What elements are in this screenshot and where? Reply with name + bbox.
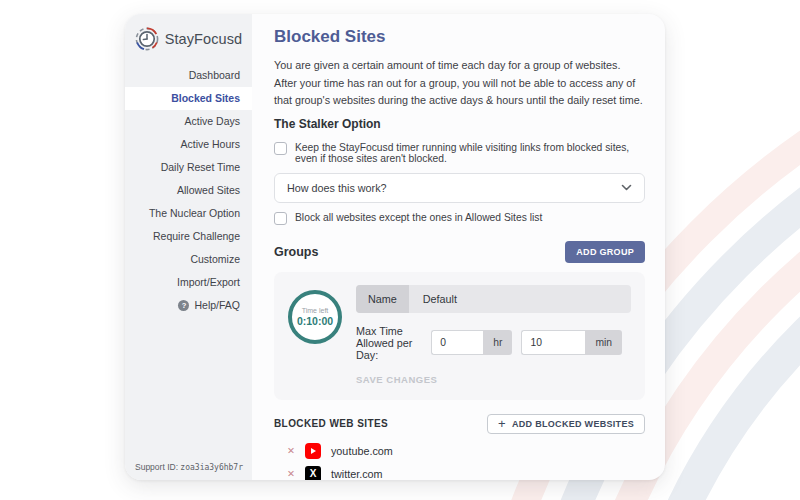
stalker-option-heading: The Stalker Option — [274, 117, 645, 131]
sidebar-item-blocked-sites[interactable]: Blocked Sites — [125, 87, 252, 110]
brand-name: StayFocusd — [165, 31, 243, 47]
chevron-down-icon — [621, 184, 632, 191]
block-all-checkbox-label: Block all websites except the ones in Al… — [295, 212, 542, 223]
remove-site-icon[interactable]: ✕ — [287, 468, 295, 479]
sidebar-item-active-hours[interactable]: Active Hours — [125, 133, 252, 156]
group-name-label: Name — [356, 285, 409, 313]
sidebar-item-import-export[interactable]: Import/Export — [125, 271, 252, 294]
sidebar-item-daily-reset-time[interactable]: Daily Reset Time — [125, 156, 252, 179]
support-id-value: zoa3ia3y6hb7r — [180, 463, 243, 472]
sidebar-item-dashboard[interactable]: Dashboard — [125, 64, 252, 87]
support-id: Support ID: zoa3ia3y6hb7r — [135, 462, 243, 472]
page-description: You are given a certain amount of time e… — [274, 57, 645, 110]
sidebar-item-allowed-sites[interactable]: Allowed Sites — [125, 179, 252, 202]
play-icon — [311, 448, 316, 454]
stalker-checkbox-row: Keep the StayFocusd timer running while … — [274, 142, 645, 164]
groups-header: Groups ADD GROUP — [274, 241, 645, 263]
sidebar-item-label: Help/FAQ — [194, 299, 240, 312]
group-fields: Name Default Max Time Allowed per Day: h… — [356, 285, 631, 387]
youtube-favicon — [305, 443, 321, 459]
group-name-bar: Name Default — [356, 285, 631, 313]
support-id-label: Support ID: — [135, 462, 180, 472]
stalker-checkbox-label: Keep the StayFocusd timer running while … — [295, 142, 645, 164]
sidebar-nav: Dashboard Blocked Sites Active Days Acti… — [125, 64, 252, 317]
time-left-ring: Time left 0:10:00 — [288, 290, 342, 344]
sidebar-item-help-faq[interactable]: ? Help/FAQ — [125, 294, 252, 317]
main-content: Blocked Sites You are given a certain am… — [252, 14, 665, 480]
block-all-checkbox[interactable] — [274, 212, 287, 225]
stalker-checkbox[interactable] — [274, 142, 287, 155]
blocked-sites-list: ✕ youtube.com ✕ X twitter.com ✕ ♪ tiktok… — [274, 441, 645, 480]
blocked-sites-header: BLOCKED WEB SITES + ADD BLOCKED WEBSITES — [274, 414, 645, 434]
blocked-site-row: ✕ youtube.com — [274, 441, 645, 461]
how-does-this-work-accordion[interactable]: How does this work? — [274, 173, 645, 203]
hours-unit-label: hr — [483, 330, 512, 355]
sidebar-item-customize[interactable]: Customize — [125, 248, 252, 271]
clock-logo-icon — [135, 27, 159, 51]
plus-icon: + — [498, 419, 506, 429]
page-title: Blocked Sites — [274, 27, 645, 47]
groups-heading: Groups — [274, 245, 318, 259]
sidebar-item-active-days[interactable]: Active Days — [125, 110, 252, 133]
sidebar-item-require-challenge[interactable]: Require Challenge — [125, 225, 252, 248]
accordion-label: How does this work? — [287, 182, 387, 194]
add-blocked-websites-label: ADD BLOCKED WEBSITES — [512, 419, 634, 429]
blocked-sites-heading: BLOCKED WEB SITES — [274, 418, 388, 429]
time-left-label: Time left — [302, 307, 329, 314]
remove-site-icon[interactable]: ✕ — [287, 445, 295, 456]
time-left-value: 0:10:00 — [297, 315, 333, 327]
max-time-label: Max Time Allowed per Day: — [356, 325, 422, 361]
minutes-unit-label: min — [585, 330, 622, 355]
minutes-input[interactable] — [521, 330, 585, 355]
twitter-x-favicon: X — [305, 466, 321, 480]
group-card: Time left 0:10:00 Name Default Max Time … — [274, 272, 645, 400]
add-group-button[interactable]: ADD GROUP — [565, 241, 645, 263]
blocked-site-domain: twitter.com — [331, 468, 383, 480]
block-all-checkbox-row: Block all websites except the ones in Al… — [274, 212, 645, 225]
max-time-row: Max Time Allowed per Day: hr min — [356, 325, 631, 361]
add-blocked-websites-button[interactable]: + ADD BLOCKED WEBSITES — [487, 414, 645, 434]
options-window: StayFocusd Dashboard Blocked Sites Activ… — [125, 14, 665, 480]
group-name-value[interactable]: Default — [409, 293, 457, 305]
hours-input[interactable] — [431, 330, 483, 355]
sidebar: StayFocusd Dashboard Blocked Sites Activ… — [125, 14, 252, 480]
save-changes-button[interactable]: SAVE CHANGES — [356, 374, 437, 385]
blocked-site-domain: youtube.com — [331, 445, 393, 457]
sidebar-item-nuclear-option[interactable]: The Nuclear Option — [125, 202, 252, 225]
blocked-site-row: ✕ X twitter.com — [274, 464, 645, 480]
brand: StayFocusd — [125, 14, 252, 59]
help-icon: ? — [178, 300, 189, 311]
